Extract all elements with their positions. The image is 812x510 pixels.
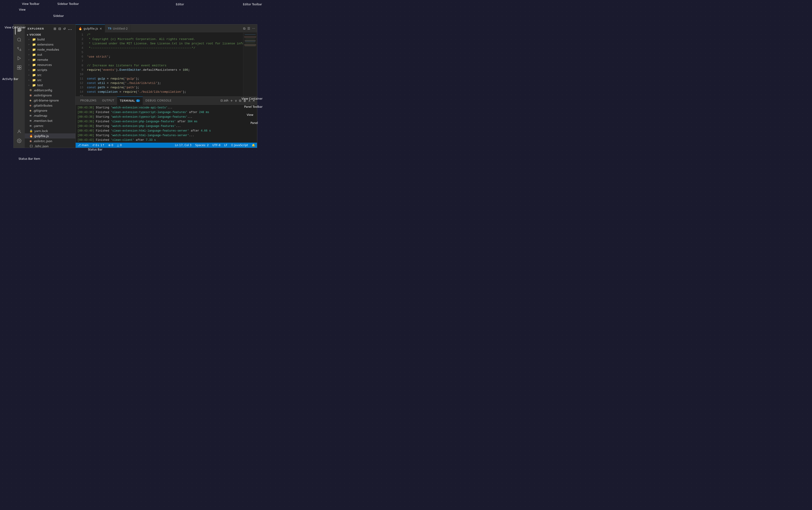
panel-label: Panel	[251, 121, 258, 125]
tab-debug[interactable]: DEBUG CONSOLE	[143, 97, 174, 105]
vscode-window: EXPLORER ⊞ ⊟ ↺ ... ∨ VSCODE › 📁 build	[13, 24, 257, 148]
sidebar-header: EXPLORER ⊞ ⊟ ↺ ...	[25, 25, 76, 33]
tab-problems[interactable]: PROBLEMS	[78, 97, 99, 105]
settings-icon[interactable]	[15, 137, 23, 145]
tree-folder-out[interactable]: › 📁 out	[25, 52, 76, 57]
code-area: 1 2 3 4 5 6 7 8 9 10 11 12 13 14	[76, 33, 257, 96]
minimap[interactable]	[243, 33, 257, 96]
svg-rect-5	[20, 66, 21, 67]
panel-tabs: PROBLEMS OUTPUT TERMINAL 1 DEBUG CONSOLE…	[76, 97, 257, 105]
file-mailmap[interactable]: ≡ .mailmap	[25, 113, 76, 118]
terminal-line: [09:43:36] Starting 'watch-extension:php…	[78, 124, 255, 128]
svg-point-2	[18, 48, 19, 49]
terminal-dropdown-btn[interactable]: ∨	[235, 99, 237, 102]
branch-status[interactable]: ⎇ main	[76, 143, 90, 148]
explorer-title: EXPLORER	[28, 27, 44, 30]
tab-untitled[interactable]: TS Untitled-2	[105, 25, 131, 33]
tree-folder-test[interactable]: › 📁 test	[25, 83, 76, 88]
bell-icon: 🔔	[252, 144, 255, 147]
terminal-shell: ⊡ zsh	[221, 99, 228, 102]
terminal-line: [09:43:36] Starting 'watch-extension:vsc…	[78, 106, 255, 110]
notification-icon[interactable]: 🔔	[250, 143, 257, 148]
file-git-blame-ignore[interactable]: ◈ .git-blame-ignore	[25, 98, 76, 103]
new-file-btn[interactable]: ⊞	[53, 26, 57, 31]
tree-folder-src1[interactable]: › 📁 src	[25, 72, 76, 78]
eol-status[interactable]: LF	[222, 143, 229, 148]
file-lsfrc[interactable]: {} .lsfrc.json	[25, 144, 76, 148]
split-terminal-btn[interactable]: ⧉	[239, 99, 241, 103]
panel-toolbar-label: Panel Toolbar	[244, 105, 263, 109]
problems-label: PROBLEMS	[80, 99, 96, 102]
source-control-icon[interactable]	[15, 45, 23, 53]
svg-point-8	[19, 130, 20, 131]
warnings-text: △ 0	[117, 144, 122, 147]
language-text: () JavaScript	[231, 144, 248, 147]
tab-label-untitled: Untitled-2	[113, 27, 128, 30]
tab-label: gulpfile.js	[84, 27, 98, 30]
extensions-icon[interactable]	[15, 63, 23, 72]
tree-folder-src2[interactable]: › 📁 src	[25, 78, 76, 83]
status-bar-item-label: Status Bar Item	[19, 157, 40, 160]
tree-folder-resources[interactable]: › 📁 resources	[25, 62, 76, 67]
sync-status[interactable]: ↺ 0↓ 1↑	[90, 143, 107, 148]
tab-terminal[interactable]: TERMINAL 1	[117, 97, 143, 105]
code-editor[interactable]: 1 2 3 4 5 6 7 8 9 10 11 12 13 14	[76, 33, 243, 96]
tree-folder-build[interactable]: › 📁 build	[25, 37, 76, 42]
tab-gulpfile[interactable]: 🔥 gulpfile.js ✕	[76, 25, 105, 33]
account-icon[interactable]	[15, 127, 23, 136]
errors-status[interactable]: ⊗ 0	[107, 143, 115, 148]
terminal-line: [09:43:36] Starting 'watch-extension:typ…	[78, 115, 255, 119]
terminal-line: [09:43:43] Finished 'clean-client' after…	[78, 138, 255, 142]
status-bar: ⎇ main ↺ 0↓ 1↑ ⊗ 0 △ 0 Ln 17, Col 3	[76, 143, 257, 148]
encoding-status[interactable]: UTF-8	[210, 143, 222, 148]
tree-folder-extensions[interactable]: › 📁 extensions	[25, 42, 76, 47]
warnings-status[interactable]: △ 0	[115, 143, 123, 148]
more-editor-actions[interactable]: ···	[252, 27, 255, 30]
file-eslintrc[interactable]: ◉ .eslintrc.json	[25, 139, 76, 144]
activity-bar	[13, 25, 25, 148]
folder-icon: 📁	[32, 63, 36, 67]
folder-icon: 📁	[32, 58, 36, 61]
view-container-right-label: View Container	[241, 97, 263, 100]
folder-icon: 📁	[32, 73, 36, 77]
layout-icon[interactable]: ☰	[247, 27, 250, 30]
line-numbers: 1 2 3 4 5 6 7 8 9 10 11 12 13 14	[76, 33, 86, 96]
folder-icon: 📁	[32, 79, 36, 82]
sidebar-label: Sidebar	[53, 14, 64, 18]
view-label: View	[19, 8, 25, 11]
tree-folder-node-modules[interactable]: › 📁 node_modules	[25, 47, 76, 52]
file-yarnrc[interactable]: ≡ .yarnrc	[25, 123, 76, 128]
file-mention-bot[interactable]: ≡ .mention-bot	[25, 118, 76, 123]
add-terminal-btn[interactable]: +	[230, 99, 233, 102]
vscode-root[interactable]: ∨ VSCODE	[25, 33, 76, 37]
file-eslintignore[interactable]: ◉ .eslintignore	[25, 93, 76, 98]
tab-ts-icon: TS	[108, 27, 111, 30]
tree-folder-scripts[interactable]: › 📁 scripts	[25, 67, 76, 72]
tree-folder-remote[interactable]: › 📁 remote	[25, 57, 76, 62]
spaces-status[interactable]: Spaces: 2	[194, 143, 210, 148]
file-tree: ∨ VSCODE › 📁 build › 📁 extensions › 📁	[25, 33, 76, 148]
new-folder-btn[interactable]: ⊟	[58, 26, 62, 31]
folder-icon: 📁	[32, 84, 36, 87]
sidebar-toolbar-label: Sidebar Toolbar	[57, 2, 79, 5]
line-col-status[interactable]: Ln 17, Col 3	[173, 143, 194, 148]
more-actions-btn[interactable]: ...	[67, 26, 72, 31]
terminal-content[interactable]: [09:43:36] Starting 'watch-extension:vsc…	[76, 105, 257, 143]
terminal-line: [09:43:36] Finished 'clean-extension:php…	[78, 120, 255, 124]
tab-close-gulpfile[interactable]: ✕	[99, 27, 102, 31]
file-yarn-lock[interactable]: 🔒 yarn.lock	[25, 128, 76, 133]
search-icon[interactable]	[15, 36, 23, 44]
refresh-btn[interactable]: ↺	[63, 26, 67, 31]
split-editor-icon[interactable]: ⧉	[243, 27, 245, 31]
file-gulpfile[interactable]: 🔥 gulpfile.js	[25, 133, 76, 139]
view-container-label: View Container	[5, 26, 26, 29]
svg-point-0	[18, 38, 21, 41]
branch-icon: ⎇	[78, 144, 81, 147]
tab-output[interactable]: OUTPUT	[99, 97, 117, 105]
file-gitignore[interactable]: ◈ .gitignore	[25, 108, 76, 113]
file-gitattributes[interactable]: ◈ .gitattributes	[25, 103, 76, 108]
code-content[interactable]: /* * Copyright (c) Microsoft Corporation…	[86, 33, 243, 96]
language-status[interactable]: () JavaScript	[229, 143, 250, 148]
file-editorconfig[interactable]: ⚙ .editorconfig	[25, 88, 76, 93]
run-icon[interactable]	[15, 54, 23, 62]
